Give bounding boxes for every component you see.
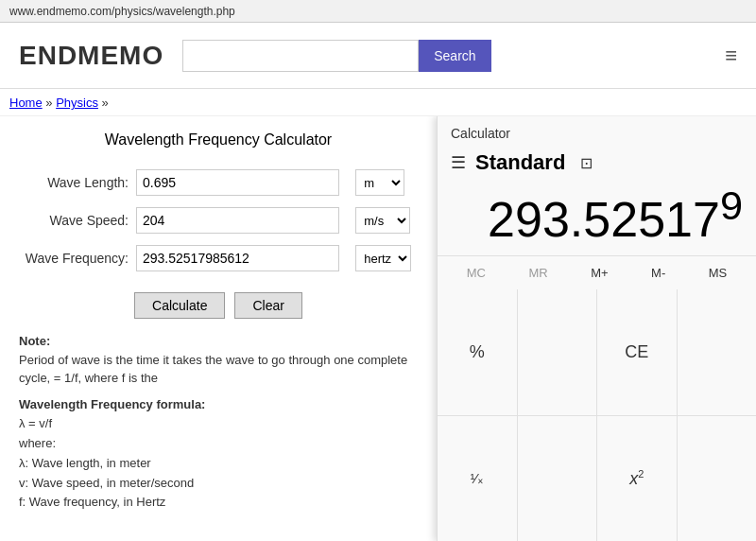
site-header: ENDMEMO Search ≡ (0, 23, 756, 89)
calc-display-value: 293.525179 (488, 192, 743, 247)
wavespeed-unit-select[interactable]: m/skm/scm/s (355, 207, 410, 234)
formula-f: f: Wave frequency, in Hertz (19, 495, 165, 509)
search-container: Search (182, 40, 504, 72)
wavefreq-unit-select[interactable]: hertzkHzMHz (355, 245, 411, 271)
search-input[interactable] (182, 40, 419, 72)
wavefreq-input-cell (132, 239, 352, 277)
wavelength-input-cell (132, 164, 352, 201)
calc-expand-icon[interactable]: ⊡ (580, 154, 593, 172)
formula-line1: λ = v/f (19, 416, 52, 430)
wavefreq-unit-cell: hertzkHzMHz (352, 239, 418, 277)
mem-mc-button[interactable]: MC (459, 262, 493, 284)
reciprocal-icon: ¹⁄ₓ (471, 470, 485, 487)
wavespeed-unit-cell: m/skm/scm/s (352, 201, 418, 239)
calc-memory-row: MC MR M+ M- MS (438, 255, 756, 289)
site-logo: ENDMEMO (19, 41, 163, 71)
square-button[interactable]: x2 (597, 416, 677, 541)
calc-display: 293.525179 (438, 183, 756, 255)
table-row: Wave Frequency: hertzkHzMHz (19, 239, 418, 277)
browser-bar: www.endmemo.com/physics/wavelength.php (0, 0, 756, 23)
wavefreq-label: Wave Frequency: (19, 239, 132, 277)
calc-title: Wavelength Frequency Calculator (19, 131, 418, 148)
breadcrumb-home[interactable]: Home (9, 96, 43, 110)
browser-url: www.endmemo.com/physics/wavelength.php (9, 5, 235, 18)
calc-menu-icon[interactable]: ☰ (451, 152, 466, 173)
wavelength-unit-select[interactable]: mcmmmkmnm (355, 169, 404, 196)
calc-header-label: Calculator (438, 116, 756, 147)
calc-mode-title: Standard (475, 150, 565, 175)
formula-lambda: λ: Wave length, in meter (19, 456, 151, 470)
breadcrumb-physics[interactable]: Physics (56, 96, 98, 110)
calc-buttons-grid: % CE ¹⁄ₓ x2 (438, 289, 756, 541)
calc-content: Wavelength Frequency Calculator Wave Len… (0, 116, 437, 541)
wavefreq-input[interactable] (136, 245, 339, 271)
formula-where: where: (19, 436, 56, 450)
note-label: Note: (19, 334, 50, 348)
percent-button[interactable]: % (438, 289, 517, 414)
main-layout: Wavelength Frequency Calculator Wave Len… (0, 116, 756, 541)
wavespeed-input-cell (132, 201, 352, 239)
wavespeed-input[interactable] (136, 207, 339, 234)
empty-btn-1 (518, 289, 597, 414)
table-row: Wave Speed: m/skm/scm/s (19, 201, 418, 239)
reciprocal-button[interactable]: ¹⁄ₓ (438, 416, 517, 541)
empty-btn-2 (678, 289, 757, 414)
formula-title: Wavelength Frequency formula: (19, 397, 205, 411)
buttons-row: Calculate Clear (19, 292, 418, 319)
empty-btn-4 (678, 416, 757, 541)
search-button[interactable]: Search (419, 40, 490, 72)
table-row: Wave Length: mcmmmkmnm (19, 164, 418, 201)
formula-section: Wavelength Frequency formula: λ = v/f wh… (19, 395, 418, 514)
wavelength-unit-cell: mcmmmkmnm (352, 164, 418, 201)
calc-top-bar: ☰ Standard ⊡ (438, 147, 756, 183)
form-table: Wave Length: mcmmmkmnm Wave Speed: m (19, 164, 418, 277)
hamburger-icon[interactable]: ≡ (725, 44, 737, 68)
clear-button[interactable]: Clear (234, 292, 301, 319)
note-text: Period of wave is the time it takes the … (19, 353, 407, 386)
breadcrumb: Home » Physics » (9, 96, 109, 110)
mem-ms-button[interactable]: MS (701, 262, 735, 284)
empty-btn-3 (518, 416, 597, 541)
wavelength-label: Wave Length: (19, 164, 132, 201)
wavespeed-label: Wave Speed: (19, 201, 132, 239)
wavelength-input[interactable] (136, 169, 339, 196)
square-icon: x2 (629, 468, 644, 489)
ce-button[interactable]: CE (597, 289, 677, 414)
formula-v: v: Wave speed, in meter/second (19, 476, 194, 490)
nav-area: Home » Physics » (0, 89, 756, 116)
calculator-overlay: Calculator ☰ Standard ⊡ 293.525179 MC MR… (437, 116, 756, 541)
note-section: Note: Period of wave is the time it take… (19, 332, 418, 388)
mem-mr-button[interactable]: MR (521, 262, 555, 284)
calculate-button[interactable]: Calculate (134, 292, 225, 319)
mem-mminus-button[interactable]: M- (644, 262, 673, 284)
mem-mplus-button[interactable]: M+ (583, 262, 615, 284)
